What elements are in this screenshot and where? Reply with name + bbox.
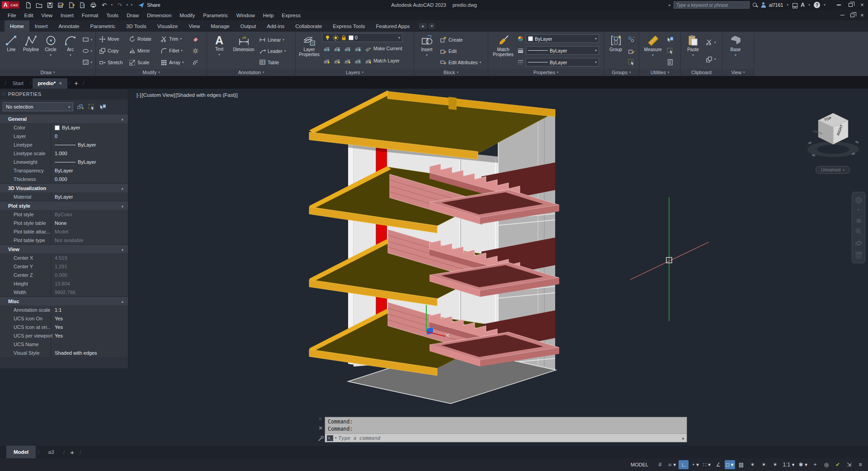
paste-button[interactable]: Paste▾ <box>683 33 703 69</box>
prop-row-layer[interactable]: Layer0 <box>0 132 128 140</box>
layer-freeze-sun-icon[interactable] <box>332 34 339 41</box>
section-3d-visualization[interactable]: 3D Visualization▴ <box>0 183 128 192</box>
ribbon-tab-visualize[interactable]: Visualize <box>152 20 184 32</box>
ribbon-tab-annotate[interactable]: Annotate <box>53 20 85 32</box>
menu-draw[interactable]: Draw <box>123 10 143 20</box>
redo-dropdown[interactable]: ▾ <box>125 3 129 7</box>
group-button[interactable]: Group <box>606 33 626 69</box>
lineweight-dropdown[interactable]: ByLayer▾ <box>526 46 599 55</box>
search-expand-icon[interactable]: ▸ <box>669 3 671 7</box>
quick-select-icon[interactable] <box>98 102 107 111</box>
panel-clipboard-label[interactable]: Clipboard <box>681 69 722 76</box>
model-space-button[interactable]: MODEL <box>627 461 652 468</box>
command-close-icon[interactable]: ✕ <box>318 425 322 431</box>
autodesk-app-icon[interactable]: A <box>801 2 805 8</box>
plot-icon[interactable] <box>88 1 98 9</box>
undo-dropdown[interactable]: ▾ <box>110 3 113 7</box>
layer-isolate-tool[interactable] <box>332 43 341 54</box>
menu-format[interactable]: Format <box>78 10 102 20</box>
copy-button[interactable]: Copy <box>98 45 127 56</box>
panel-view-label[interactable]: View▾ <box>722 69 754 76</box>
ribbon-tab-featuredapps[interactable]: Featured Apps <box>371 20 415 32</box>
panel-draw-label[interactable]: Draw▾ <box>0 69 95 76</box>
section-misc[interactable]: Misc▴ <box>0 296 128 305</box>
layer-on-tool[interactable] <box>322 55 331 66</box>
layout-tab-a3[interactable]: a3 <box>41 446 61 458</box>
ribbon-tab-insert[interactable]: Insert <box>29 20 53 32</box>
ribbon-tab-parametric[interactable]: Parametric <box>85 20 121 32</box>
table-button[interactable]: Table <box>258 57 287 68</box>
workspace-switching-icon[interactable]: ✱ ▾ <box>797 460 809 469</box>
file-tab-start[interactable]: Start <box>7 78 29 89</box>
prop-row-linetype-scale[interactable]: Linetype scale1.000 <box>0 149 128 157</box>
layer-lock-icon[interactable] <box>340 34 347 41</box>
linear-button[interactable]: Linear▾ <box>258 34 287 45</box>
panel-annotation-label[interactable]: Annotation▾ <box>207 69 295 76</box>
layer-freeze-tool[interactable] <box>343 43 352 54</box>
autoscale-icon[interactable]: ✶ <box>759 460 769 469</box>
command-input[interactable]: Type a command <box>339 435 381 441</box>
app-store-cart-icon[interactable] <box>792 2 798 8</box>
viewcube[interactable]: TOP RIGHT FRONT <box>807 113 859 157</box>
doc-close-button[interactable]: × <box>857 11 867 20</box>
panel-properties-label[interactable]: Properties▾ <box>488 69 604 76</box>
hardware-acceleration-icon[interactable]: ✔ <box>833 460 843 469</box>
zoom-extents-icon[interactable] <box>855 228 863 235</box>
menu-window[interactable]: Window <box>232 10 259 20</box>
prop-row-material[interactable]: MaterialByLayer <box>0 192 128 201</box>
doc-minimize-button[interactable] <box>837 11 847 20</box>
grid-display-icon[interactable]: # <box>655 460 665 469</box>
match-properties-button[interactable]: Match Properties <box>490 33 516 69</box>
save-to-web-icon[interactable] <box>77 1 87 9</box>
move-button[interactable]: Move <box>98 33 127 44</box>
recent-commands-dropdown[interactable]: ▾ <box>335 436 337 440</box>
menu-parametric[interactable]: Parametric <box>199 10 232 20</box>
layout-tab-model[interactable]: Model <box>6 446 36 458</box>
minimize-button[interactable] <box>833 0 844 10</box>
dimension-button[interactable]: Dimension <box>231 33 257 69</box>
prop-row-lineweight[interactable]: LineweightByLayer <box>0 157 128 166</box>
toggle-pickadd-icon[interactable] <box>75 102 85 111</box>
panel-groups-label[interactable]: Groups▾ <box>604 69 639 76</box>
measure-button[interactable]: Measure▾ <box>641 33 665 69</box>
circle-button[interactable]: Circle▾ <box>41 33 60 69</box>
section-general[interactable]: General▴ <box>0 114 128 123</box>
layer-unisolate-tool[interactable] <box>332 55 341 66</box>
share-button[interactable]: Share <box>138 2 160 9</box>
ellipse-button[interactable]: ▾ <box>81 46 94 57</box>
navbar-dropdown[interactable]: ▾ <box>858 208 859 212</box>
named-view-pill[interactable]: Unnamed▾ <box>816 166 850 174</box>
menu-insert[interactable]: Insert <box>57 10 78 20</box>
annotation-visibility-icon[interactable]: ✶ <box>748 460 758 469</box>
orbit-icon[interactable] <box>855 239 863 247</box>
menu-tools[interactable]: Tools <box>102 10 123 20</box>
clean-screen-icon[interactable]: ⇲ <box>844 460 854 469</box>
prop-row-ucs-icon-origin[interactable]: UCS icon at ori...Yes <box>0 323 128 331</box>
isometric-drafting-icon[interactable]: ∷ ▾ <box>702 460 712 469</box>
text-button[interactable]: AText▾ <box>209 33 230 69</box>
panel-modify-label[interactable]: Modify▾ <box>96 69 207 76</box>
arc-button[interactable]: Arc▾ <box>61 33 80 69</box>
layer-properties-button[interactable]: Layer Properties <box>297 33 321 69</box>
snap-mode-icon[interactable]: ⠶ ▾ <box>666 460 677 469</box>
object-snap-tracking-icon[interactable]: ∠ <box>713 460 723 469</box>
quick-select-button[interactable] <box>665 34 675 45</box>
transparency-icon[interactable]: ▨ <box>736 460 746 469</box>
command-grip[interactable]: ⠿ <box>319 417 322 421</box>
ribbon-tab-collaborate[interactable]: Collaborate <box>290 20 327 32</box>
command-input-row[interactable]: >_ ▾ Type a command ▲ <box>325 433 687 442</box>
object-color-dropdown[interactable]: ByLayer▾ <box>526 34 599 43</box>
menu-dimension[interactable]: Dimension <box>143 10 175 20</box>
menu-view[interactable]: View <box>37 10 57 20</box>
menu-express[interactable]: Express <box>278 10 305 20</box>
panel-block-label[interactable]: Block▾ <box>414 69 488 76</box>
annotation-scale-sync-icon[interactable]: ✶ <box>770 460 780 469</box>
close-button[interactable]: × <box>856 0 868 10</box>
stretch-button[interactable]: Stretch <box>98 57 127 68</box>
section-view[interactable]: View▴ <box>0 244 128 253</box>
file-tab-predio[interactable]: predio*× <box>33 78 67 89</box>
new-drawing-tab-button[interactable]: + <box>71 78 82 89</box>
ribbon-tab-3dtools[interactable]: 3D Tools <box>121 20 152 32</box>
isolate-objects-icon[interactable]: ◎ <box>821 460 831 469</box>
prop-row-visual-style[interactable]: Visual StyleShaded with edges <box>0 348 128 357</box>
